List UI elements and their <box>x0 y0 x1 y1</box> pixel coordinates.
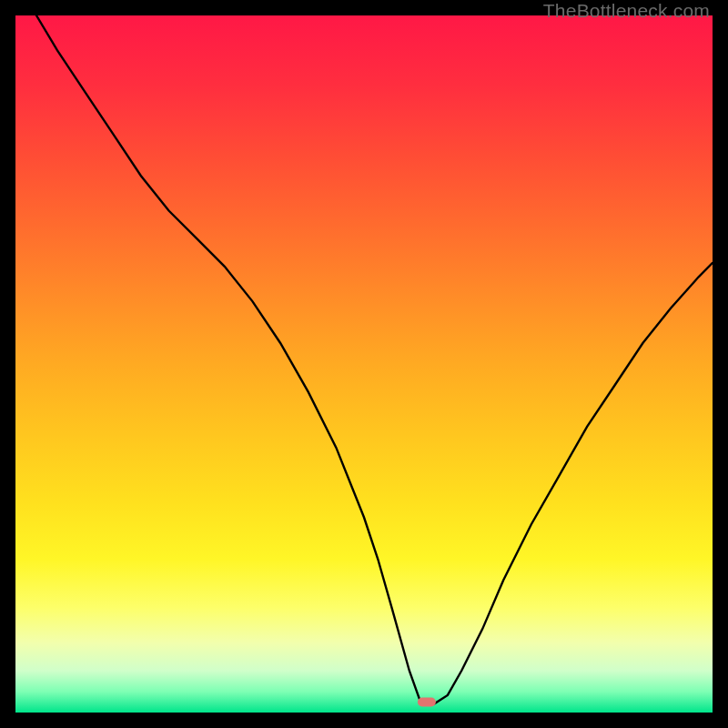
bottleneck-chart <box>15 15 713 713</box>
watermark-text: TheBottleneck.com <box>543 0 710 22</box>
chart-frame: TheBottleneck.com <box>0 0 728 728</box>
minimum-marker <box>418 698 436 707</box>
chart-background <box>15 15 713 713</box>
